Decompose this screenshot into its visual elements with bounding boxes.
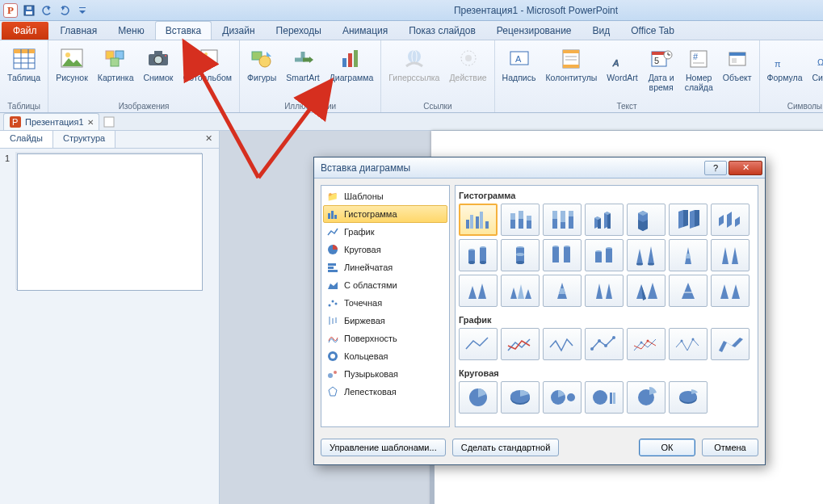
chart-cylinder-2[interactable] bbox=[501, 239, 540, 271]
chart-line-5[interactable] bbox=[627, 328, 666, 360]
chart-line-4[interactable] bbox=[585, 328, 624, 360]
chart-3d-100stacked-column[interactable] bbox=[669, 204, 708, 236]
chart-line-2[interactable] bbox=[501, 328, 540, 360]
insert-symbol-button[interactable]: Ω Символ bbox=[809, 44, 823, 86]
insert-wordart-button[interactable]: A WordArt bbox=[604, 44, 640, 86]
category-list[interactable]: 📁Шаблоны Гистограмма График Круговая Лин… bbox=[321, 185, 450, 427]
chart-pyramid-3[interactable] bbox=[711, 275, 750, 307]
chart-pyramid-1[interactable] bbox=[627, 275, 666, 307]
tab-review[interactable]: Рецензирование bbox=[486, 21, 582, 40]
insert-equation-button[interactable]: π Формула bbox=[765, 44, 805, 86]
svg-rect-83 bbox=[519, 211, 523, 219]
chart-line-3[interactable] bbox=[543, 328, 582, 360]
cat-line[interactable]: График bbox=[323, 223, 447, 241]
camera-icon bbox=[145, 46, 171, 72]
chart-cone-7[interactable] bbox=[585, 275, 624, 307]
panel-close-button[interactable]: ✕ bbox=[199, 131, 219, 148]
insert-table-button[interactable]: Таблица bbox=[5, 44, 43, 86]
cat-pie[interactable]: Круговая bbox=[323, 241, 447, 258]
cat-bubble[interactable]: Пузырьковая bbox=[323, 365, 447, 383]
chart-clustered-column[interactable] bbox=[459, 204, 498, 236]
chart-pyramid-2[interactable] bbox=[669, 275, 708, 307]
chart-line-6[interactable] bbox=[669, 328, 708, 360]
insert-picture-button[interactable]: Рисунок bbox=[53, 44, 90, 86]
cat-surface[interactable]: Поверхность bbox=[323, 330, 447, 347]
svg-point-31 bbox=[465, 55, 472, 61]
chart-cylinder-3[interactable] bbox=[543, 239, 582, 271]
insert-datetime-button[interactable]: 5 Дата и время bbox=[645, 44, 678, 94]
insert-album-button[interactable]: Фотоальбом bbox=[180, 44, 234, 86]
tab-menu[interactable]: Меню bbox=[107, 21, 154, 40]
tab-home[interactable]: Главная bbox=[50, 21, 108, 40]
slides-tab[interactable]: Слайды bbox=[0, 131, 53, 148]
chart-pie-1[interactable] bbox=[459, 381, 498, 414]
chart-pie-6[interactable] bbox=[669, 381, 708, 414]
cat-radar[interactable]: Лепестковая bbox=[323, 383, 447, 401]
chart-gallery[interactable]: Гистограмма bbox=[455, 185, 758, 427]
chart-cone-2[interactable] bbox=[669, 239, 708, 271]
chart-cone-4[interactable] bbox=[459, 275, 498, 307]
insert-clipart-button[interactable]: Картинка bbox=[95, 44, 136, 86]
cat-histogram[interactable]: Гистограмма bbox=[323, 205, 447, 223]
chart-3d-clustered-column[interactable] bbox=[585, 204, 624, 236]
insert-textbox-button[interactable]: A Надпись bbox=[500, 44, 539, 86]
redo-button[interactable] bbox=[57, 2, 73, 19]
dialog-close-button[interactable]: ✕ bbox=[729, 161, 762, 175]
cat-stock[interactable]: Биржевая bbox=[323, 312, 447, 330]
chart-3d-column[interactable] bbox=[711, 204, 750, 236]
set-default-button[interactable]: Сделать стандартной bbox=[452, 439, 560, 456]
cancel-button[interactable]: Отмена bbox=[702, 439, 758, 456]
file-tab[interactable]: Файл bbox=[2, 22, 48, 40]
insert-smartart-button[interactable]: SmartArt bbox=[283, 44, 321, 86]
insert-object-button[interactable]: Объект bbox=[720, 44, 754, 86]
chart-stacked-column[interactable] bbox=[501, 204, 540, 236]
qat-customize-button[interactable] bbox=[74, 2, 90, 19]
insert-chart-button[interactable]: Диаграмма bbox=[327, 44, 376, 86]
insert-shapes-button[interactable]: Фигуры bbox=[245, 44, 279, 86]
save-button[interactable] bbox=[21, 2, 37, 19]
tab-view[interactable]: Вид bbox=[582, 21, 621, 40]
chart-cone-6[interactable] bbox=[543, 275, 582, 307]
tab-insert[interactable]: Вставка bbox=[155, 21, 212, 40]
chart-cylinder-4[interactable] bbox=[585, 239, 624, 271]
insert-screenshot-button[interactable]: Снимок bbox=[141, 44, 175, 86]
new-tab-button[interactable] bbox=[103, 116, 115, 128]
chart-line-3d[interactable] bbox=[711, 328, 750, 360]
tab-office[interactable]: Office Tab bbox=[620, 21, 685, 40]
chart-pie-5[interactable] bbox=[627, 381, 666, 414]
cat-area[interactable]: С областями bbox=[323, 276, 447, 294]
close-tab-button[interactable]: ✕ bbox=[87, 118, 94, 127]
help-button[interactable]: ? bbox=[704, 161, 727, 175]
chart-pie-4[interactable] bbox=[585, 381, 624, 414]
cat-templates[interactable]: 📁Шаблоны bbox=[323, 187, 447, 205]
chart-cone-1[interactable] bbox=[627, 239, 666, 271]
tab-design[interactable]: Дизайн bbox=[212, 21, 265, 40]
cat-bar[interactable]: Линейчатая bbox=[323, 258, 447, 276]
tab-slideshow[interactable]: Показ слайдов bbox=[398, 21, 486, 40]
slide-list[interactable]: 1 bbox=[0, 149, 219, 504]
document-tab[interactable]: P Презентация1 ✕ bbox=[3, 113, 99, 130]
svg-rect-17 bbox=[154, 51, 162, 55]
manage-templates-button[interactable]: Управление шаблонами... bbox=[321, 439, 446, 456]
chart-pie-3[interactable] bbox=[543, 381, 582, 414]
chart-3d-stacked-column[interactable] bbox=[627, 204, 666, 236]
chart-cone-5[interactable] bbox=[501, 275, 540, 307]
outline-tab[interactable]: Структура bbox=[53, 131, 115, 148]
dialog-titlebar[interactable]: Вставка диаграммы ? ✕ bbox=[314, 158, 765, 178]
chart-pie-2[interactable] bbox=[501, 381, 540, 414]
chart-cylinder-1[interactable] bbox=[459, 239, 498, 271]
group-symbols: π Формула Ω Символ Символы bbox=[760, 40, 824, 112]
ok-button[interactable]: ОК bbox=[639, 439, 695, 456]
tab-animation[interactable]: Анимация bbox=[332, 21, 398, 40]
chart-cone-3[interactable] bbox=[711, 239, 750, 271]
cat-scatter[interactable]: Точечная bbox=[323, 294, 447, 312]
tab-transitions[interactable]: Переходы bbox=[266, 21, 332, 40]
chart-line-1[interactable] bbox=[459, 328, 498, 360]
undo-button[interactable] bbox=[39, 2, 55, 19]
insert-headerfooter-button[interactable]: Колонтитулы bbox=[543, 44, 599, 86]
ribbon-tabs: Файл Главная Меню Вставка Дизайн Переход… bbox=[0, 21, 823, 40]
slide-thumb-1[interactable] bbox=[17, 153, 203, 291]
cat-doughnut[interactable]: Кольцевая bbox=[323, 347, 447, 365]
insert-slidenum-button[interactable]: # Номер слайда bbox=[682, 44, 716, 94]
chart-100stacked-column[interactable] bbox=[543, 204, 582, 236]
